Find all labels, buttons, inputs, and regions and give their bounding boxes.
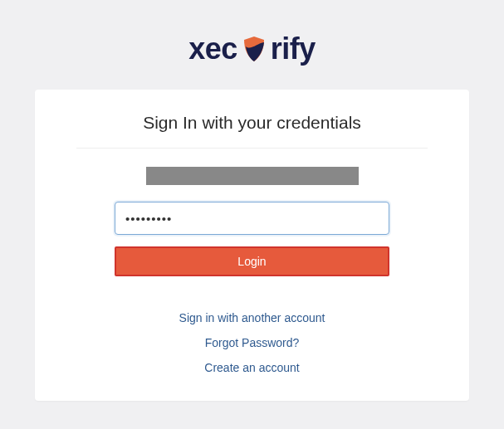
password-input[interactable] — [115, 202, 389, 235]
login-card: Sign In with your credentials Login Sign… — [35, 90, 469, 401]
logo-wrap: xec rify — [0, 0, 504, 90]
brand-logo: xec rify — [188, 32, 316, 66]
forgot-password-link[interactable]: Forgot Password? — [205, 336, 300, 349]
username-redacted — [146, 167, 359, 185]
another-account-link[interactable]: Sign in with another account — [179, 311, 325, 324]
login-button[interactable]: Login — [115, 246, 389, 276]
links-group: Sign in with another account Forgot Pass… — [179, 311, 325, 374]
logo-suffix: rify — [271, 32, 316, 66]
shield-icon — [239, 34, 269, 64]
create-account-link[interactable]: Create an account — [204, 361, 299, 374]
card-title: Sign In with your credentials — [76, 113, 428, 149]
login-form: Login Sign in with another account Forgo… — [76, 149, 428, 374]
logo-prefix: xec — [188, 32, 237, 66]
